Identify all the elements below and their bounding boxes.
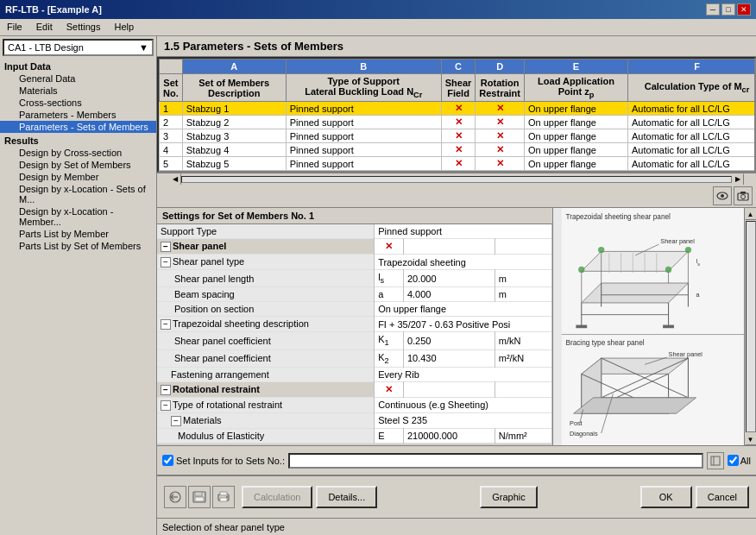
sidebar-dropdown[interactable]: CA1 - LTB Design ▼: [3, 39, 154, 56]
sidebar-item-parameters-members[interactable]: Parameters - Members: [0, 109, 156, 121]
sidebar-item-design-member[interactable]: Design by Member: [0, 171, 156, 183]
cell-load-1: On upper flange: [525, 102, 628, 116]
menu-edit[interactable]: Edit: [33, 21, 56, 34]
menu-bar: File Edit Settings Help: [0, 19, 756, 36]
section-toggle-rot[interactable]: −: [161, 385, 171, 395]
settings-row-shear-type[interactable]: −Shear panel type Trapezoidal sheeting: [157, 255, 552, 270]
settings-row-support-type[interactable]: Support Type Pinned support: [157, 224, 552, 239]
scroll-up-arrow[interactable]: ▲: [745, 208, 757, 220]
settings-label-k1: Shear panel coefficient: [157, 332, 375, 349]
window-controls[interactable]: ─ □ ✕: [706, 3, 751, 16]
camera-icon-button[interactable]: [734, 186, 753, 205]
cell-name-1: Stabzug 1: [182, 102, 286, 116]
sidebar-item-design-sets[interactable]: Design by Set of Members: [0, 159, 156, 171]
settings-row-elasticity[interactable]: Modulus of Elasticity E 210000.000 N/mm²: [157, 428, 552, 443]
settings-row-beam-spacing[interactable]: Beam spacing a 4.000 m: [157, 287, 552, 302]
svg-point-28: [598, 247, 604, 253]
sidebar-item-design-xloc-member[interactable]: Design by x-Location - Member...: [0, 205, 156, 228]
section-toggle-shear-type[interactable]: −: [161, 257, 171, 268]
sidebar-item-general-data[interactable]: General Data: [0, 72, 156, 85]
table-scroll-area[interactable]: A B C D E F Set No. Set of Members Descr…: [157, 57, 756, 173]
cell-calc-5: Automatic for all LC/LG: [628, 157, 757, 171]
sidebar-item-parts-sets[interactable]: Parts List by Set of Members: [0, 240, 156, 252]
horizontal-scrollbar[interactable]: ◀ ▶: [157, 173, 756, 185]
table-row[interactable]: 3 Stabzug 3 Pinned support ✕ ✕ On upper …: [160, 129, 757, 143]
sidebar-item-materials[interactable]: Materials: [0, 85, 156, 97]
details-button[interactable]: Details...: [316, 486, 377, 508]
table-row[interactable]: 4 Stabzug 4 Pinned support ✕ ✕ On upper …: [160, 143, 757, 157]
cancel-button[interactable]: Cancel: [696, 486, 749, 508]
settings-row-rot-restraint[interactable]: −Rotational restraint ✕: [157, 381, 552, 397]
set-inputs-field[interactable]: [288, 453, 703, 469]
scroll-track-v[interactable]: [746, 221, 756, 432]
content-area: 1.5 Parameters - Sets of Members A B C D…: [157, 36, 756, 535]
all-checkbox-label[interactable]: All: [728, 455, 751, 466]
menu-help[interactable]: Help: [110, 21, 137, 34]
menu-file[interactable]: File: [3, 21, 26, 34]
section-toggle-materials[interactable]: −: [171, 416, 181, 426]
scroll-left-arrow[interactable]: ◀: [169, 173, 181, 186]
sidebar-item-cross-sections[interactable]: Cross-sections: [0, 97, 156, 109]
sidebar-item-design-cross[interactable]: Design by Cross-section: [0, 147, 156, 159]
settings-row-k1[interactable]: Shear panel coefficient K1 0.250 m/kN: [157, 332, 552, 349]
graphic-button[interactable]: Graphic: [480, 486, 538, 508]
col-header-empty: [160, 60, 183, 74]
sidebar-item-parts-member[interactable]: Parts List by Member: [0, 228, 156, 240]
settings-label-trap-desc: −Trapezoidal sheeting description: [157, 317, 375, 332]
svg-text:Bracing type shear panel: Bracing type shear panel: [565, 340, 644, 348]
maximize-button[interactable]: □: [721, 3, 735, 16]
settings-row-fastening[interactable]: Fastening arrangement Every Rib: [157, 367, 552, 381]
set-inputs-icon[interactable]: [707, 452, 724, 469]
section-toggle-rot-type[interactable]: −: [161, 400, 171, 411]
settings-unit-elasticity: N/mm²: [495, 428, 551, 443]
cell-shear-1: ✕: [441, 102, 476, 116]
data-table: A B C D E F Set No. Set of Members Descr…: [159, 59, 756, 171]
sidebar-item-design-xloc-sets[interactable]: Design by x-Location - Sets of M...: [0, 183, 156, 205]
svg-point-26: [578, 267, 584, 273]
table-row[interactable]: 2 Stabzug 2 Pinned support ✕ ✕ On upper …: [160, 116, 757, 129]
sidebar-item-parameters-sets[interactable]: Parameters - Sets of Members: [0, 121, 156, 133]
section-toggle-shear[interactable]: −: [161, 242, 171, 252]
table-row[interactable]: 1 Stabzug 1 Pinned support ✕ ✕ On upper …: [160, 102, 757, 116]
svg-rect-63: [195, 497, 204, 501]
settings-section: Settings for Set of Members No. 1 Suppor…: [157, 207, 756, 445]
close-button[interactable]: ✕: [737, 3, 751, 16]
settings-vertical-scrollbar[interactable]: ▲ ▼: [744, 208, 756, 445]
settings-label-rot-type: −Type of rotational restraint: [157, 397, 375, 412]
back-button[interactable]: [164, 486, 186, 508]
print-button[interactable]: [212, 486, 235, 508]
settings-row-k2[interactable]: Shear panel coefficient K2 10.430 m²/kN: [157, 349, 552, 367]
settings-symbol-beam-spacing: a: [375, 287, 404, 302]
menu-settings[interactable]: Settings: [63, 21, 104, 34]
svg-rect-24: [576, 325, 587, 329]
settings-row-trap-desc[interactable]: −Trapezoidal sheeting description FI + 3…: [157, 317, 552, 332]
cell-load-5: On upper flange: [525, 157, 628, 171]
settings-row-panel-length[interactable]: Shear panel length ls 20.000 m: [157, 270, 552, 287]
scroll-right-arrow[interactable]: ▶: [732, 173, 744, 186]
settings-label-beam-spacing: Beam spacing: [157, 287, 375, 302]
set-inputs-checkbox[interactable]: [162, 455, 173, 466]
settings-row-rot-type[interactable]: −Type of rotational restraint Continuous…: [157, 397, 552, 412]
settings-symbol-k1: K1: [375, 332, 404, 349]
scroll-down-arrow[interactable]: ▼: [745, 433, 757, 445]
col-header-c: C: [441, 60, 476, 74]
cell-name-4: Stabzug 4: [182, 143, 286, 157]
diagram-svg: Trapezoidal sheeting shear panel: [553, 208, 756, 445]
eye-icon-button[interactable]: [713, 186, 732, 205]
minimize-button[interactable]: ─: [706, 3, 720, 16]
footer-left-icons: [164, 486, 235, 508]
section-toggle-trap[interactable]: −: [161, 319, 171, 330]
results-label: Results: [0, 133, 156, 147]
floppy-button[interactable]: [188, 486, 211, 508]
ok-button[interactable]: OK: [640, 486, 692, 508]
scroll-track[interactable]: [181, 176, 732, 183]
all-checkbox[interactable]: [728, 455, 739, 466]
input-data-label: Input Data: [0, 59, 156, 72]
settings-row-materials[interactable]: −Materials Steel S 235: [157, 412, 552, 428]
set-inputs-checkbox-label[interactable]: Set Inputs for to Sets No.:: [162, 455, 285, 466]
cell-load-3: On upper flange: [525, 129, 628, 143]
table-row[interactable]: 5 Stabzug 5 Pinned support ✕ ✕ On upper …: [160, 157, 757, 171]
settings-row-position[interactable]: Position on section On upper flange: [157, 302, 552, 317]
settings-row-shear-panel[interactable]: −Shear panel ✕: [157, 239, 552, 255]
calculation-button[interactable]: Calculation: [242, 486, 312, 508]
